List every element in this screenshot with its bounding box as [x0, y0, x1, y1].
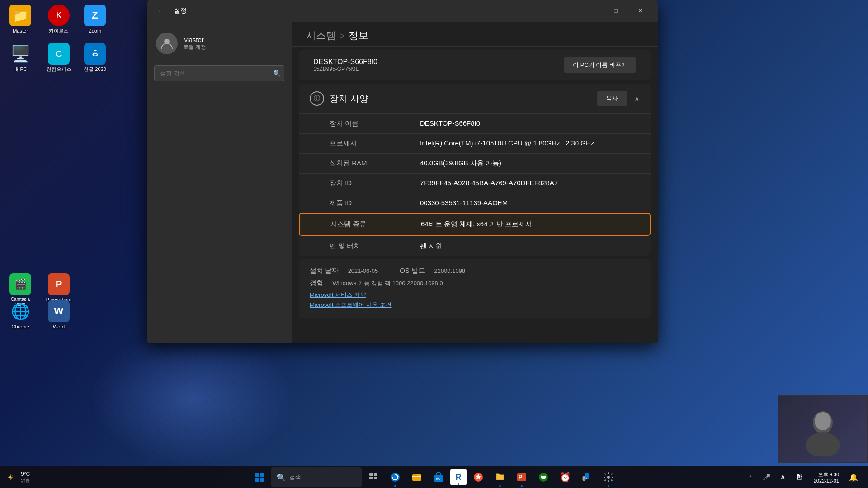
desktop-icon-chrome[interactable]: 🌐 Chrome [2, 298, 38, 332]
spec-row-device-name: 장치 이름 DESKTOP-S66F8I0 [299, 113, 651, 133]
taskbar-app-store[interactable]: 🛍 [429, 467, 448, 487]
specs-info-icon: ⓘ [310, 91, 324, 106]
specs-header[interactable]: ⓘ 장치 사양 복사 ∧ [299, 84, 651, 113]
specs-actions: 복사 ∧ [597, 91, 640, 106]
taskbar-app-files[interactable] [490, 467, 510, 487]
spec-label-system-type: 시스템 종류 [330, 220, 421, 229]
tray-chevron[interactable]: ^ [743, 470, 758, 484]
svg-point-23 [584, 479, 585, 480]
taskbar-app-brave[interactable] [468, 467, 488, 487]
taskbar-center: 🔍 검색 🛍 R [250, 467, 618, 487]
spec-value-pen-touch: 펜 지원 [420, 242, 640, 250]
os-build-value: 22000.1098 [434, 267, 465, 274]
weather-temp: 9°C [21, 471, 30, 477]
tray-keyboard-icon[interactable]: A [776, 470, 790, 484]
spec-value-system-type: 64비트 운영 체제, x64 기반 프로세서 [421, 220, 639, 229]
desktop-icon-word[interactable]: W Word [41, 298, 77, 332]
tray-korean-icon[interactable]: 한 [792, 470, 807, 484]
desktop-decoration [90, 331, 294, 466]
user-profile[interactable]: Master 로컬 계정 [147, 25, 292, 61]
pc-name-info: DESKTOP-S66F8I0 15ZB995-GP75ML [313, 58, 377, 72]
search-icon[interactable]: 🔍 [273, 70, 281, 77]
usertype: 로컬 계정 [183, 43, 206, 51]
ms-software-link[interactable]: Microsoft 소프트웨어 사용 조건 [310, 301, 640, 309]
pc-model: 15ZB995-GP75ML [313, 66, 377, 72]
window-title: 설정 [174, 7, 581, 15]
taskbar-app-xbox[interactable] [533, 467, 553, 487]
svg-point-3 [815, 412, 831, 430]
specs-title: 장치 사양 [330, 93, 368, 105]
specs-section: ⓘ 장치 사양 복사 ∧ 장치 이름 DESKTOP-S66F8I0 프로세서 … [299, 84, 651, 213]
svg-text:P: P [519, 474, 522, 480]
taskbar-app-settings[interactable] [599, 467, 618, 487]
desktop-icon-hancom[interactable]: C 한컴오피스 [41, 41, 77, 75]
windows-info-grid: 설치 날짜 2021-06-05 OS 빌드 22000.1098 [310, 267, 640, 275]
experience-label: 경험 [310, 279, 323, 286]
ms-service-link[interactable]: Microsoft 서비스 계약 [310, 291, 640, 299]
pc-name-card: DESKTOP-S66F8I0 15ZB995-GP75ML 이 PC의 이름 … [299, 50, 651, 80]
spec-label-processor: 프로세서 [330, 139, 420, 148]
spec-label-device-id: 장치 ID [330, 179, 420, 188]
avatar [156, 33, 178, 54]
taskbar-app-r[interactable]: R [450, 469, 467, 485]
spec-label-device-name: 장치 이름 [330, 119, 420, 128]
title-bar: ← 설정 — □ ✕ [147, 0, 658, 22]
svg-rect-5 [260, 473, 264, 477]
taskbar-search-icon: 🔍 [277, 473, 286, 482]
os-build-item: OS 빌드 22000.1098 [400, 267, 465, 275]
search-box: 🔍 [154, 65, 284, 81]
sys-tray: ^ 🎤 A 한 [743, 470, 807, 484]
task-view-button[interactable] [363, 467, 383, 487]
spec-row-device-id: 장치 ID 7F39FF45-A928-45BA-A769-A70DFEF828… [299, 173, 651, 193]
svg-rect-4 [255, 473, 259, 477]
taskbar: ☀ 9°C 맑음 🔍 검색 [0, 466, 868, 488]
svg-point-24 [607, 476, 610, 479]
webcam-overlay [778, 395, 868, 463]
start-button[interactable] [250, 467, 269, 487]
spec-label-pen-touch: 펜 및 터치 [330, 242, 420, 250]
desktop-icon-label-kairos: 카이로스 [49, 28, 69, 34]
weather-icon: ☀ [7, 473, 14, 482]
taskbar-app-alarm[interactable]: ⏰ [555, 467, 575, 487]
svg-rect-11 [374, 477, 377, 479]
taskbar-app-phone[interactable] [577, 467, 597, 487]
spec-label-ram: 설치된 RAM [330, 159, 420, 168]
webcam-feed [778, 396, 867, 462]
taskbar-app-edge[interactable] [385, 467, 405, 487]
breadcrumb-parent[interactable]: 시스템 [306, 29, 336, 42]
notification-icon[interactable]: 🔔 [846, 470, 861, 484]
main-area: 시스템 > 정보 DESKTOP-S66F8I0 15ZB995-GP75ML … [292, 22, 658, 343]
maximize-button[interactable]: □ [605, 4, 626, 18]
system-clock[interactable]: 오후 9:30 2022-12-01 [810, 469, 843, 485]
breadcrumb-current: 정보 [349, 29, 368, 42]
taskbar-right: ^ 🎤 A 한 오후 9:30 2022-12-01 🔔 [743, 469, 861, 485]
settings-content: Master 로컬 계정 🔍 시스템 > 정보 [147, 22, 658, 343]
chevron-up-icon: ∧ [634, 94, 640, 103]
weather-widget: ☀ [7, 473, 14, 482]
taskbar-search-button[interactable]: 🔍 검색 [271, 467, 362, 487]
tray-mic-icon[interactable]: 🎤 [760, 470, 774, 484]
rename-pc-button[interactable]: 이 PC의 이름 바꾸기 [564, 57, 636, 73]
desktop-icon-zoom[interactable]: Z Zoom [77, 2, 113, 36]
windows-section: 설치 날짜 2021-06-05 OS 빌드 22000.1098 경험 Win… [299, 259, 651, 318]
breadcrumb: 시스템 > 정보 [306, 29, 368, 42]
desktop-icon-kairos[interactable]: K 카이로스 [41, 2, 77, 36]
desktop-icon-label-word: Word [53, 324, 65, 330]
spec-value-ram: 40.0GB(39.8GB 사용 가능) [420, 159, 640, 168]
desktop-icon-hangul[interactable]: ㅎ 한글 2020 [77, 41, 113, 75]
minimize-button[interactable]: — [581, 4, 602, 18]
taskbar-app-ppt[interactable]: P [512, 467, 532, 487]
desktop-icon-mypc[interactable]: 🖥️ 내 PC [2, 41, 38, 75]
spec-row-product-id: 제품 ID 00330-53531-11139-AAOEM [299, 193, 651, 213]
os-build-label: OS 빌드 [400, 267, 425, 274]
close-button[interactable]: ✕ [630, 4, 651, 18]
search-input[interactable] [154, 65, 284, 81]
spec-row-pen-touch: 펜 및 터치 펜 지원 [299, 236, 651, 256]
desktop-icon-master[interactable]: 📁 Master [2, 2, 38, 36]
desktop-icon-label-hangul: 한글 2020 [84, 66, 106, 72]
clock-time: 오후 9:30 [818, 471, 839, 478]
taskbar-app-explorer[interactable] [407, 467, 427, 487]
copy-specs-button[interactable]: 복사 [597, 91, 627, 106]
breadcrumb-separator: > [340, 31, 345, 41]
back-button[interactable]: ← [154, 4, 169, 18]
